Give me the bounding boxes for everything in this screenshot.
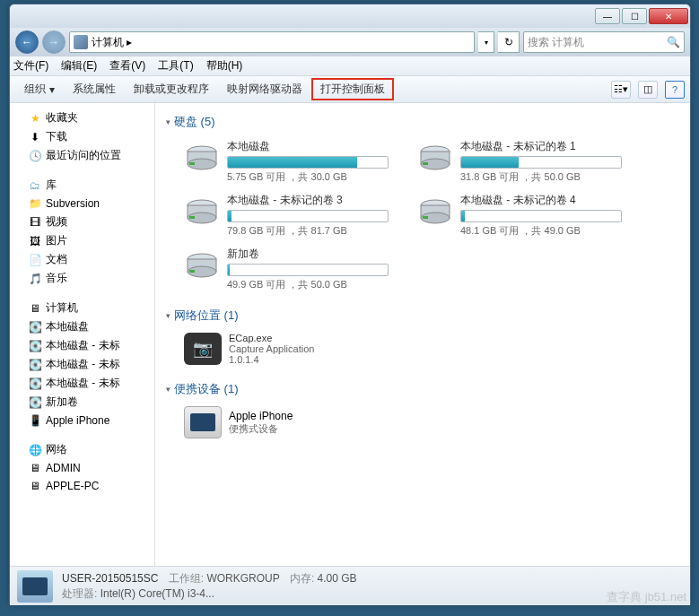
document-icon: 📄 — [28, 253, 42, 267]
sidebar-label: 收藏夹 — [46, 110, 78, 126]
titlebar: — ☐ ✕ — [10, 4, 690, 28]
chevron-down-icon: ▾ — [166, 117, 170, 126]
portable-device-item[interactable]: Apple iPhone 便携式设备 — [166, 401, 679, 451]
sidebar-item-subversion[interactable]: 📁Subversion — [10, 195, 154, 213]
video-icon: 🎞 — [28, 215, 42, 230]
hdd-icon — [184, 193, 220, 229]
network-icon: 🌐 — [28, 443, 42, 457]
sidebar-item-drive[interactable]: 💽新加卷 — [10, 393, 154, 412]
camera-icon: 📷 — [184, 333, 222, 365]
sidebar-item-recent[interactable]: 🕓最近访问的位置 — [10, 146, 154, 165]
menu-tools[interactable]: 工具(T) — [158, 58, 193, 74]
sidebar-item-documents[interactable]: 📄文档 — [10, 250, 154, 269]
menu-edit[interactable]: 编辑(E) — [61, 58, 97, 74]
computer-icon — [74, 35, 88, 49]
organize-label: 组织 — [24, 82, 46, 97]
workgroup-label: 工作组: — [169, 572, 204, 585]
drive-usage-bar — [460, 210, 622, 222]
sidebar-item-label: 本地磁盘 - 未标 — [46, 338, 120, 353]
uninstall-programs-button[interactable]: 卸载或更改程序 — [125, 78, 218, 100]
section-label: 便携设备 (1) — [174, 381, 239, 397]
svg-rect-19 — [189, 270, 195, 273]
system-properties-button[interactable]: 系统属性 — [64, 78, 125, 100]
sidebar-item-label: 下载 — [46, 129, 67, 144]
sidebar-item-label: Apple iPhone — [46, 414, 109, 427]
chevron-down-icon: ▾ — [166, 385, 170, 394]
view-options-button[interactable]: ☷▾ — [611, 81, 631, 99]
breadcrumb[interactable]: 计算机 ▸ — [69, 31, 475, 53]
sidebar-computer[interactable]: 🖥 计算机 — [12, 299, 153, 317]
svg-rect-3 — [189, 162, 195, 165]
help-button[interactable]: ? — [665, 81, 685, 99]
drive-icon: 💽 — [28, 358, 42, 372]
menu-bar: 文件(F) 编辑(E) 查看(V) 工具(T) 帮助(H) — [10, 56, 690, 76]
menu-file[interactable]: 文件(F) — [13, 58, 48, 74]
sidebar-item-label: 最近访问的位置 — [46, 148, 121, 163]
maximize-button[interactable]: ☐ — [622, 8, 647, 24]
search-input[interactable]: 搜索 计算机 🔍 — [523, 31, 685, 53]
sidebar: ★ 收藏夹 ⬇下载 🕓最近访问的位置 🗂 库 📁Subversion 🎞视频 🖼… — [10, 103, 155, 566]
forward-button[interactable]: → — [42, 30, 66, 54]
sidebar-item-pictures[interactable]: 🖼图片 — [10, 231, 154, 250]
sidebar-item-drive[interactable]: 💽本地磁盘 - 未标 — [10, 374, 154, 393]
sidebar-libraries[interactable]: 🗂 库 — [10, 176, 154, 195]
drive-item[interactable]: 本地磁盘5.75 GB 可用 ，共 30.0 GB — [184, 139, 399, 184]
sidebar-item-drive[interactable]: 💽本地磁盘 - 未标 — [10, 336, 154, 355]
drive-item[interactable]: 新加卷49.9 GB 可用 ，共 50.0 GB — [184, 247, 399, 291]
refresh-button[interactable]: ↻ — [498, 31, 520, 53]
sidebar-item-videos[interactable]: 🎞视频 — [10, 213, 154, 231]
memory-value: 4.00 GB — [318, 572, 357, 585]
drive-name: 本地磁盘 — [227, 139, 399, 154]
toolbar: 组织 ▾ 系统属性 卸载或更改程序 映射网络驱动器 打开控制面板 ☷▾ ◫ ? — [10, 76, 690, 103]
map-drive-button[interactable]: 映射网络驱动器 — [218, 78, 311, 100]
back-button[interactable]: ← — [15, 30, 39, 54]
sidebar-item-network-pc[interactable]: 🖥APPLE-PC — [10, 477, 154, 495]
breadcrumb-text: 计算机 ▸ — [92, 35, 132, 50]
sidebar-item-drive[interactable]: 💽本地磁盘 - 未标 — [10, 355, 154, 374]
item-name: Apple iPhone — [229, 410, 293, 422]
close-button[interactable]: ✕ — [649, 8, 688, 24]
section-label: 硬盘 (5) — [174, 114, 215, 130]
sidebar-item-downloads[interactable]: ⬇下载 — [10, 127, 154, 146]
preview-pane-button[interactable]: ◫ — [638, 81, 658, 99]
organize-button[interactable]: 组织 ▾ — [15, 78, 64, 100]
cpu-value: Intel(R) Core(TM) i3-4... — [100, 587, 214, 600]
sidebar-item-network-pc[interactable]: 🖥ADMIN — [10, 459, 154, 477]
minimize-button[interactable]: — — [595, 8, 620, 24]
sidebar-item-label: 音乐 — [46, 271, 67, 286]
drive-item[interactable]: 本地磁盘 - 未标记的卷 379.8 GB 可用 ，共 81.7 GB — [184, 193, 399, 238]
open-control-panel-button[interactable]: 打开控制面板 — [311, 78, 394, 100]
hdd-icon — [184, 247, 220, 282]
sidebar-label: 库 — [46, 178, 57, 193]
drive-name: 本地磁盘 - 未标记的卷 1 — [460, 139, 633, 154]
drive-name: 本地磁盘 - 未标记的卷 3 — [227, 193, 399, 208]
menu-view[interactable]: 查看(V) — [109, 58, 145, 74]
sidebar-item-drive[interactable]: 💽本地磁盘 — [10, 317, 154, 336]
explorer-window: — ☐ ✕ ← → 计算机 ▸ ▾ ↻ 搜索 计算机 🔍 文件(F) 编辑(E)… — [9, 4, 691, 604]
sidebar-item-music[interactable]: 🎵音乐 — [10, 269, 154, 288]
section-portable[interactable]: ▾便携设备 (1) — [166, 377, 679, 401]
section-network[interactable]: ▾网络位置 (1) — [166, 304, 679, 327]
drive-usage-bar — [227, 264, 389, 276]
drive-item[interactable]: 本地磁盘 - 未标记的卷 448.1 GB 可用 ，共 49.0 GB — [417, 193, 633, 238]
sidebar-network[interactable]: 🌐 网络 — [10, 440, 154, 459]
recent-icon: 🕓 — [28, 149, 42, 163]
menu-help[interactable]: 帮助(H) — [206, 58, 243, 74]
drive-stat: 49.9 GB 可用 ，共 50.0 GB — [227, 278, 399, 291]
section-drives[interactable]: ▾硬盘 (5) — [166, 110, 679, 134]
music-icon: 🎵 — [28, 272, 42, 286]
address-dropdown[interactable]: ▾ — [478, 31, 494, 53]
hdd-icon — [417, 139, 453, 175]
sidebar-item-iphone[interactable]: 📱Apple iPhone — [10, 412, 154, 429]
sidebar-favorites[interactable]: ★ 收藏夹 — [10, 108, 154, 127]
status-bar: USER-20150515SC 工作组: WORKGROUP 内存: 4.00 … — [10, 566, 690, 605]
drive-usage-bar — [227, 210, 389, 222]
item-desc: 便携式设备 — [229, 422, 293, 436]
computer-name: USER-20150515SC — [62, 572, 158, 585]
sidebar-item-label: APPLE-PC — [46, 480, 99, 492]
hdd-icon — [184, 139, 220, 175]
network-location-item[interactable]: 📷 ECap.exe Capture Application 1.0.1.4 — [166, 327, 679, 377]
chevron-down-icon: ▾ — [166, 311, 170, 320]
drive-icon: 💽 — [28, 339, 42, 353]
drive-item[interactable]: 本地磁盘 - 未标记的卷 131.8 GB 可用 ，共 50.0 GB — [417, 139, 633, 184]
